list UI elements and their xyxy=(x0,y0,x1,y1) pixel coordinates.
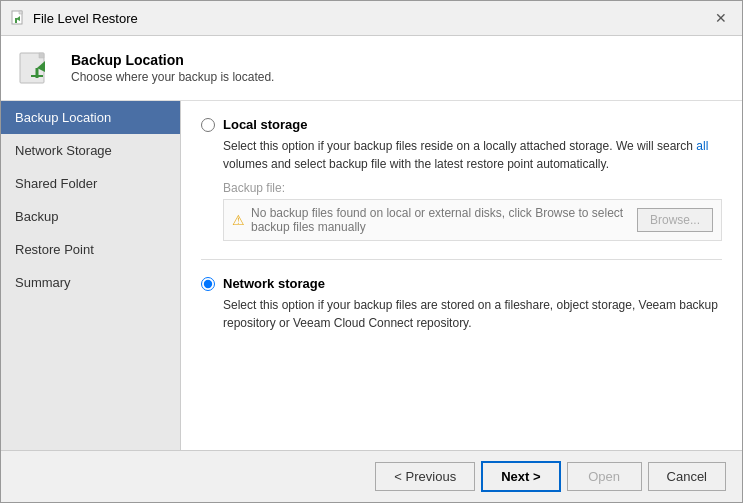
browse-button[interactable]: Browse... xyxy=(637,208,713,232)
network-storage-desc: Select this option if your backup files … xyxy=(223,296,722,332)
local-storage-desc-text1: Select this option if your backup files … xyxy=(223,139,708,153)
header-text: Backup Location Choose where your backup… xyxy=(71,52,274,84)
separator xyxy=(201,259,722,260)
network-storage-radio[interactable] xyxy=(201,277,215,291)
next-button[interactable]: Next > xyxy=(481,461,560,492)
backup-file-label: Backup file: xyxy=(223,181,722,195)
svg-marker-5 xyxy=(39,53,44,58)
warning-icon: ⚠ xyxy=(232,212,245,228)
local-storage-header: Local storage xyxy=(201,117,722,132)
local-storage-desc: Select this option if your backup files … xyxy=(223,137,722,173)
backup-file-message: No backup files found on local or extern… xyxy=(251,206,631,234)
svg-marker-1 xyxy=(19,11,22,14)
local-storage-option: Local storage Select this option if your… xyxy=(201,117,722,241)
sidebar-item-network-storage[interactable]: Network Storage xyxy=(1,134,180,167)
title-text: File Level Restore xyxy=(33,11,138,26)
backup-file-row: ⚠ No backup files found on local or exte… xyxy=(223,199,722,241)
footer: < Previous Next > Open Cancel xyxy=(1,450,742,502)
header-icon xyxy=(17,48,57,88)
network-storage-label[interactable]: Network storage xyxy=(223,276,325,291)
sidebar: Backup Location Network Storage Shared F… xyxy=(1,101,181,450)
sidebar-item-backup-location[interactable]: Backup Location xyxy=(1,101,180,134)
sidebar-item-restore-point[interactable]: Restore Point xyxy=(1,233,180,266)
cancel-button[interactable]: Cancel xyxy=(648,462,726,491)
dialog-window: File Level Restore ✕ Backup Location Cho… xyxy=(0,0,743,503)
local-storage-radio[interactable] xyxy=(201,118,215,132)
sidebar-item-backup[interactable]: Backup xyxy=(1,200,180,233)
body: Backup Location Network Storage Shared F… xyxy=(1,101,742,450)
header-title: Backup Location xyxy=(71,52,274,68)
previous-button[interactable]: < Previous xyxy=(375,462,475,491)
close-button[interactable]: ✕ xyxy=(710,7,732,29)
local-storage-desc-text2: volumes and select backup file with the … xyxy=(223,157,609,171)
dialog-icon xyxy=(11,10,27,26)
open-button[interactable]: Open xyxy=(567,462,642,491)
network-storage-option: Network storage Select this option if yo… xyxy=(201,276,722,332)
sidebar-item-summary[interactable]: Summary xyxy=(1,266,180,299)
network-storage-header: Network storage xyxy=(201,276,722,291)
content-area: Local storage Select this option if your… xyxy=(181,101,742,450)
highlight-text: all xyxy=(696,139,708,153)
header-section: Backup Location Choose where your backup… xyxy=(1,36,742,101)
title-bar-left: File Level Restore xyxy=(11,10,138,26)
sidebar-item-shared-folder[interactable]: Shared Folder xyxy=(1,167,180,200)
header-subtitle: Choose where your backup is located. xyxy=(71,70,274,84)
local-storage-label[interactable]: Local storage xyxy=(223,117,308,132)
title-bar: File Level Restore ✕ xyxy=(1,1,742,36)
